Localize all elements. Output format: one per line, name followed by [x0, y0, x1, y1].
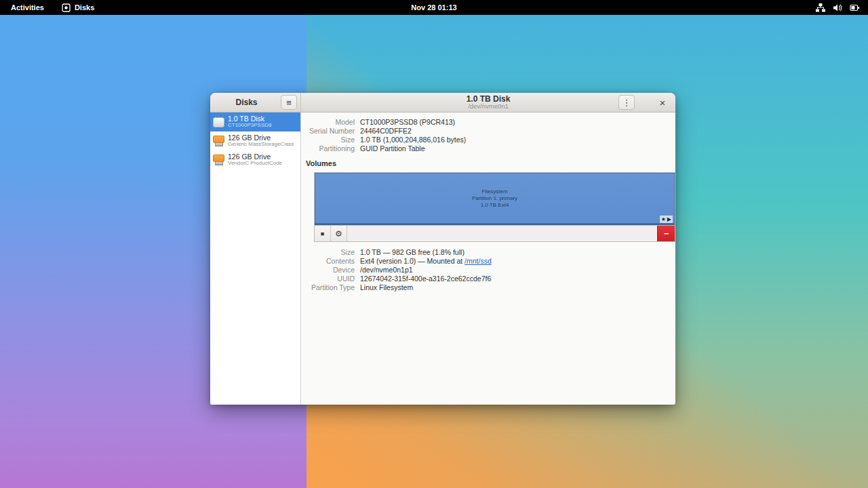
kebab-icon: ⋮	[623, 98, 631, 107]
size-label: Size	[306, 136, 355, 144]
disks-window: Disks ≡ 1.0 TB Disk /dev/nvme0n1 ⋮ × 1.0…	[210, 93, 675, 405]
partition-flags: ★ ▶	[660, 216, 673, 223]
titlebar: Disks ≡ 1.0 TB Disk /dev/nvme0n1 ⋮ ×	[210, 93, 675, 113]
device-sidebar: 1.0 TB Disk CT1000P3PSSD8 126 GB Drive G…	[210, 113, 301, 405]
volume-icon	[833, 3, 842, 12]
mounted-play-icon: ▶	[667, 217, 671, 222]
drive-menu-button[interactable]: ⋮	[618, 95, 635, 110]
volumes-section-heading: Volumes	[306, 159, 675, 167]
uuid-value: 12674042-315f-400e-a316-2ce62ccde7f6	[360, 274, 675, 283]
close-button[interactable]: ×	[655, 95, 670, 110]
toolbar-spacer	[347, 226, 657, 241]
model-value: CT1000P3PSSD8 (P9CR413)	[360, 118, 675, 127]
top-bar: Activities Disks Nov 28 01:13	[0, 0, 868, 15]
ssd-drive-icon	[213, 117, 224, 127]
drive-details-pane: Model CT1000P3PSSD8 (P9CR413) Serial Num…	[301, 113, 675, 405]
contents-value: Ext4 (version 1.0) — Mounted at /mnt/ssd	[360, 257, 675, 266]
minus-icon: −	[664, 228, 669, 239]
partition-type-label: Partition Type	[306, 283, 355, 292]
partitioning-value: GUID Partition Table	[360, 144, 675, 153]
unmount-icon: ■	[321, 230, 324, 237]
network-icon	[816, 3, 825, 12]
partition-type-value: Linux Filesystem	[360, 283, 675, 292]
disks-app-icon	[62, 3, 71, 12]
device-subtitle: CT1000P3PSSD8	[228, 123, 271, 128]
contents-label: Contents	[306, 257, 355, 266]
battery-icon	[850, 3, 860, 12]
uuid-label: UUID	[306, 274, 355, 283]
model-label: Model	[306, 118, 355, 127]
system-status-area[interactable]	[816, 3, 868, 12]
serial-value: 24464C0DFFE2	[360, 127, 675, 136]
sidebar-header: Disks ≡	[210, 93, 301, 112]
size-value: 1.0 TB (1,000,204,886,016 bytes)	[360, 136, 675, 144]
clock[interactable]: Nov 28 01:13	[0, 3, 868, 12]
sidebar-header-title: Disks	[235, 98, 257, 107]
sidebar-item-usb-drive-1[interactable]: 126 GB Drive Generic MassStorageClass	[210, 131, 300, 150]
partitioning-label: Partitioning	[306, 144, 355, 153]
unmount-button[interactable]: ■	[315, 226, 331, 241]
volume-info-grid: Size 1.0 TB — 982 GB free (1.8% full) Co…	[306, 248, 675, 292]
volume-toolbar: ■ ⚙ −	[315, 225, 675, 241]
partition-options-button[interactable]: ⚙	[331, 226, 347, 241]
serial-label: Serial Number	[306, 127, 355, 136]
partition-caption: Filesystem Partition 1: primary 1.0 TB E…	[315, 188, 675, 208]
device-subtitle: VendorC ProductCode	[228, 161, 282, 166]
mount-point-link[interactable]: /mnt/ssd	[465, 257, 492, 265]
device-value: /dev/nvme0n1p1	[360, 266, 675, 274]
window-subtitle: /dev/nvme0n1	[468, 103, 509, 110]
device-subtitle: Generic MassStorageClass	[228, 142, 294, 147]
delete-partition-button[interactable]: −	[657, 226, 675, 241]
close-icon: ×	[660, 97, 666, 108]
vol-size-value: 1.0 TB — 982 GB free (1.8% full)	[360, 248, 675, 257]
activities-button[interactable]: Activities	[11, 3, 44, 12]
vol-size-label: Size	[306, 248, 355, 257]
disk-info-grid: Model CT1000P3PSSD8 (P9CR413) Serial Num…	[306, 118, 675, 153]
usb-drive-icon	[213, 155, 224, 165]
window-header: 1.0 TB Disk /dev/nvme0n1 ⋮ ×	[301, 93, 675, 112]
gears-icon: ⚙	[335, 229, 342, 239]
volume-grid: Filesystem Partition 1: primary 1.0 TB E…	[314, 172, 675, 242]
sidebar-item-usb-drive-2[interactable]: 126 GB Drive VendorC ProductCode	[210, 150, 300, 169]
configured-star-icon: ★	[661, 217, 666, 222]
device-label: Device	[306, 266, 355, 274]
app-menu-button[interactable]: Disks	[62, 3, 94, 12]
hamburger-menu-button[interactable]: ≡	[281, 95, 297, 110]
sidebar-item-nvme-disk[interactable]: 1.0 TB Disk CT1000P3PSSD8	[210, 113, 300, 131]
partition-block[interactable]: Filesystem Partition 1: primary 1.0 TB E…	[315, 173, 675, 225]
hamburger-icon: ≡	[286, 98, 292, 107]
usb-drive-icon	[213, 136, 224, 146]
